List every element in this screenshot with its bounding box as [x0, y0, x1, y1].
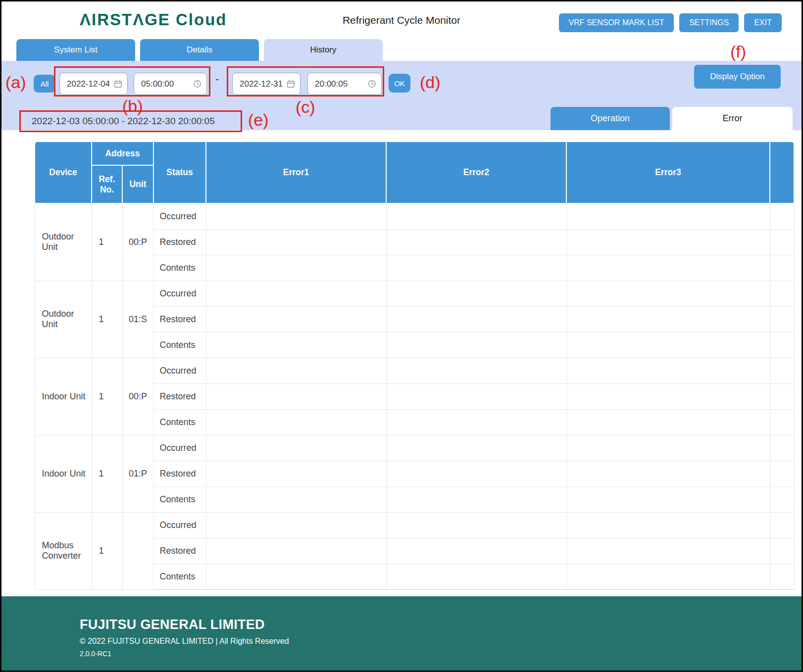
cell-error2 [386, 486, 566, 512]
tab-error[interactable]: Error [672, 107, 793, 130]
col-header-status: Status [153, 142, 206, 203]
cell-ref-no: 1 [92, 203, 122, 281]
cell-status-label: Restored [153, 538, 206, 564]
date-range-separator: - [215, 73, 219, 86]
cell-status-label: Occurred [153, 435, 206, 461]
cell-error1 [206, 384, 386, 409]
cell-unit: 01:P [122, 435, 153, 512]
annotation-rect-e: 2022-12-03 05:00:00 - 2022-12-30 20:00:0… [19, 110, 242, 132]
cell-error3 [566, 306, 770, 332]
ok-button[interactable]: OK [389, 74, 410, 93]
cell-device: Indoor Unit [35, 358, 92, 435]
cell-error3 [566, 486, 770, 512]
cell-error3 [566, 384, 770, 409]
cell-error1 [206, 512, 386, 538]
cell-extra [770, 203, 794, 229]
cell-status-label: Occurred [153, 203, 206, 229]
cell-error3 [566, 203, 770, 229]
start-date-field[interactable] [59, 73, 128, 95]
start-time-input[interactable] [141, 79, 190, 89]
cell-error2 [386, 538, 566, 564]
annotation-e: (e) [248, 110, 269, 130]
cell-unit: 00:P [122, 358, 153, 435]
header-buttons: VRF SENSOR MARK LIST SETTINGS EXIT [559, 13, 782, 32]
cell-extra [770, 384, 794, 409]
cell-extra [770, 332, 794, 358]
cell-error2 [386, 332, 566, 358]
clock-icon[interactable] [193, 80, 201, 88]
cell-error2 [386, 384, 566, 409]
calendar-icon[interactable] [287, 80, 295, 88]
start-date-input[interactable] [67, 79, 111, 89]
cell-error1 [206, 538, 386, 564]
cell-error2 [386, 281, 566, 306]
cell-status-label: Contents [153, 564, 206, 589]
cell-error2 [386, 358, 566, 384]
cell-error2 [386, 203, 566, 229]
cell-status-label: Occurred [153, 281, 206, 306]
start-time-field[interactable] [134, 73, 207, 95]
table-row: Indoor Unit100:POccurred [35, 358, 794, 384]
cell-status-label: Occurred [153, 358, 206, 384]
page: ΛIRSTΛGE Cloud Refrigerant Cycle Monitor… [0, 0, 803, 672]
col-header-error1: Error1 [206, 142, 386, 203]
cell-extra [770, 409, 794, 435]
cell-error3 [566, 538, 770, 564]
cell-error1 [206, 203, 386, 229]
end-time-field[interactable] [307, 73, 382, 95]
table-row: Outdoor Unit101:SOccurred [35, 281, 794, 306]
tab-details[interactable]: Details [140, 39, 259, 61]
cell-error2 [386, 409, 566, 435]
cell-device: Modbus Converter [35, 512, 92, 589]
cell-unit [122, 512, 153, 589]
col-header-extra [770, 142, 794, 203]
cell-error1 [206, 229, 386, 255]
cell-error1 [206, 564, 386, 589]
cell-error1 [206, 358, 386, 384]
table-row: Modbus Converter1Occurred [35, 512, 794, 538]
cell-error1 [206, 332, 386, 358]
annotation-c: (c) [296, 97, 315, 117]
cell-error2 [386, 306, 566, 332]
applied-range-text: 2022-12-03 05:00:00 - 2022-12-30 20:00:0… [21, 116, 215, 127]
cell-error2 [386, 229, 566, 255]
cell-error1 [206, 255, 386, 281]
cell-device: Outdoor Unit [35, 203, 92, 281]
cell-extra [770, 435, 794, 461]
clock-icon[interactable] [368, 80, 376, 88]
footer-company-name: FUJITSU GENERAL LIMITED [80, 617, 802, 632]
tab-history[interactable]: History [264, 39, 383, 61]
cell-error3 [566, 512, 770, 538]
cell-error3 [566, 229, 770, 255]
cell-error3 [566, 332, 770, 358]
cell-error3 [566, 409, 770, 435]
all-button[interactable]: All [34, 75, 55, 93]
col-header-unit: Unit [122, 165, 153, 203]
exit-button[interactable]: EXIT [744, 13, 782, 32]
col-header-ref-no: Ref. No. [92, 165, 122, 203]
tab-operation[interactable]: Operation [551, 107, 670, 130]
cell-status-label: Contents [153, 255, 206, 281]
col-header-error2: Error2 [386, 142, 566, 203]
annotation-rect-b [54, 66, 210, 96]
error-history-table: Device Address Status Error1 Error2 Erro… [34, 141, 795, 590]
cell-error3 [566, 281, 770, 306]
end-time-input[interactable] [315, 79, 365, 89]
vrf-sensor-mark-list-button[interactable]: VRF SENSOR MARK LIST [559, 13, 674, 32]
cell-status-label: Restored [153, 306, 206, 332]
tab-system-list[interactable]: System List [16, 39, 135, 61]
cell-error3 [566, 255, 770, 281]
cell-extra [770, 306, 794, 332]
cell-ref-no: 1 [92, 512, 122, 589]
end-date-input[interactable] [240, 79, 284, 89]
end-date-field[interactable] [232, 73, 301, 95]
settings-button[interactable]: SETTINGS [679, 13, 739, 32]
cell-status-label: Contents [153, 332, 206, 358]
cell-error1 [206, 281, 386, 306]
calendar-icon[interactable] [114, 80, 122, 88]
col-header-error3: Error3 [566, 142, 770, 203]
cell-extra [770, 461, 794, 486]
main-tabs: System List Details History (f) [1, 39, 802, 61]
cell-error2 [386, 564, 566, 589]
display-option-button[interactable]: Display Option [694, 65, 781, 89]
